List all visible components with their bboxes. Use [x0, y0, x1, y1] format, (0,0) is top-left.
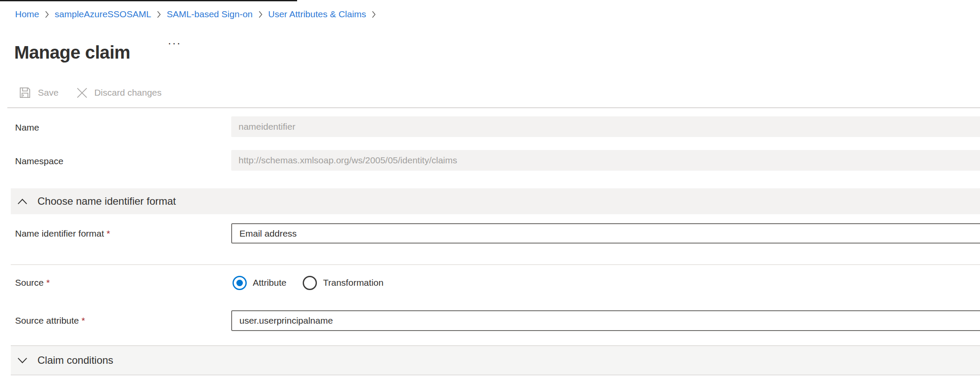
name-label: Name — [15, 117, 39, 138]
window-edge-strip — [0, 0, 297, 1]
required-marker: * — [107, 228, 110, 238]
source-label-text: Source — [15, 278, 44, 287]
command-bar: Save Discard changes — [18, 84, 161, 102]
source-attribute-label-text: Source attribute — [15, 315, 79, 325]
name-identifier-format-value: Email address — [239, 228, 297, 239]
namespace-value: http://schemas.xmlsoap.org/ws/2005/05/id… — [239, 155, 457, 166]
source-radio-group: Attribute Transformation — [233, 272, 384, 293]
section-divider — [11, 264, 980, 265]
section-claim-conditions[interactable]: Claim conditions — [11, 345, 980, 375]
name-identifier-format-label: Name identifier format* — [15, 223, 110, 244]
chevron-right-icon — [372, 11, 376, 18]
context-menu-button[interactable]: ... — [168, 34, 182, 47]
name-identifier-format-dropdown[interactable]: Email address — [231, 223, 980, 244]
namespace-label-text: Namespace — [15, 156, 63, 166]
required-marker: * — [47, 278, 50, 287]
save-button[interactable]: Save — [18, 86, 59, 100]
breadcrumb-home[interactable]: Home — [15, 9, 39, 19]
name-label-text: Name — [15, 122, 39, 132]
name-input: nameidentifier — [231, 116, 980, 137]
chevron-right-icon — [157, 11, 161, 18]
radio-attribute-label[interactable]: Attribute — [253, 278, 286, 288]
namespace-input: http://schemas.xmlsoap.org/ws/2005/05/id… — [231, 150, 980, 171]
section-title: Choose name identifier format — [37, 195, 176, 207]
toolbar-divider — [7, 107, 980, 108]
radio-transformation[interactable] — [303, 276, 317, 290]
source-attribute-label: Source attribute* — [15, 310, 85, 331]
save-icon — [18, 86, 32, 100]
radio-attribute[interactable] — [233, 276, 247, 290]
page-title: Manage claim — [14, 42, 130, 63]
discard-changes-button[interactable]: Discard changes — [76, 87, 161, 99]
chevron-up-icon — [17, 198, 28, 205]
save-button-label: Save — [38, 87, 59, 98]
breadcrumb-saml-signon[interactable]: SAML-based Sign-on — [167, 9, 253, 19]
name-value: nameidentifier — [239, 122, 295, 132]
radio-transformation-label[interactable]: Transformation — [323, 278, 383, 288]
breadcrumb: Home sampleAzureSSOSAML SAML-based Sign-… — [15, 8, 376, 20]
source-attribute-combobox[interactable]: user.userprincipalname — [231, 310, 980, 331]
discard-changes-label: Discard changes — [94, 87, 161, 98]
namespace-label: Namespace — [15, 151, 63, 172]
breadcrumb-app[interactable]: sampleAzureSSOSAML — [55, 9, 151, 19]
breadcrumb-user-attributes-claims[interactable]: User Attributes & Claims — [268, 9, 366, 19]
close-icon — [76, 87, 88, 99]
name-identifier-format-label-text: Name identifier format — [15, 228, 104, 238]
required-marker: * — [81, 315, 85, 325]
section-choose-name-identifier-format[interactable]: Choose name identifier format — [11, 188, 980, 214]
section-title: Claim conditions — [37, 354, 113, 366]
chevron-down-icon — [17, 357, 28, 364]
chevron-right-icon — [258, 11, 263, 18]
source-label: Source* — [15, 272, 50, 293]
chevron-right-icon — [45, 11, 49, 18]
source-attribute-value: user.userprincipalname — [239, 315, 333, 326]
